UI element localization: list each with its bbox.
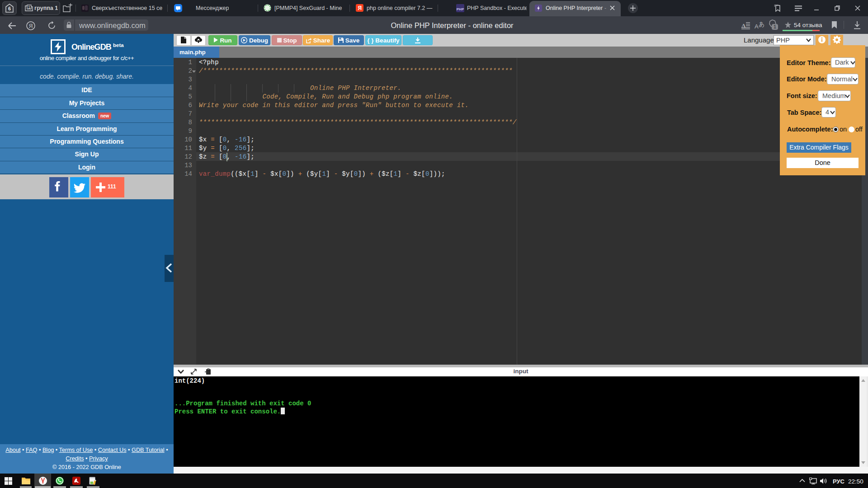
svg-text:1: 1 (28, 5, 30, 9)
svg-text:A: A (755, 23, 759, 30)
svg-text:A: A (741, 22, 746, 29)
svg-text:PHP: PHP (457, 7, 464, 11)
svg-text:あ: あ (759, 21, 764, 28)
svg-text:6: 6 (8, 6, 11, 11)
svg-text:Я: Я (29, 23, 33, 29)
svg-text:1: 1 (774, 24, 776, 29)
svg-text:Я: Я (358, 5, 362, 11)
